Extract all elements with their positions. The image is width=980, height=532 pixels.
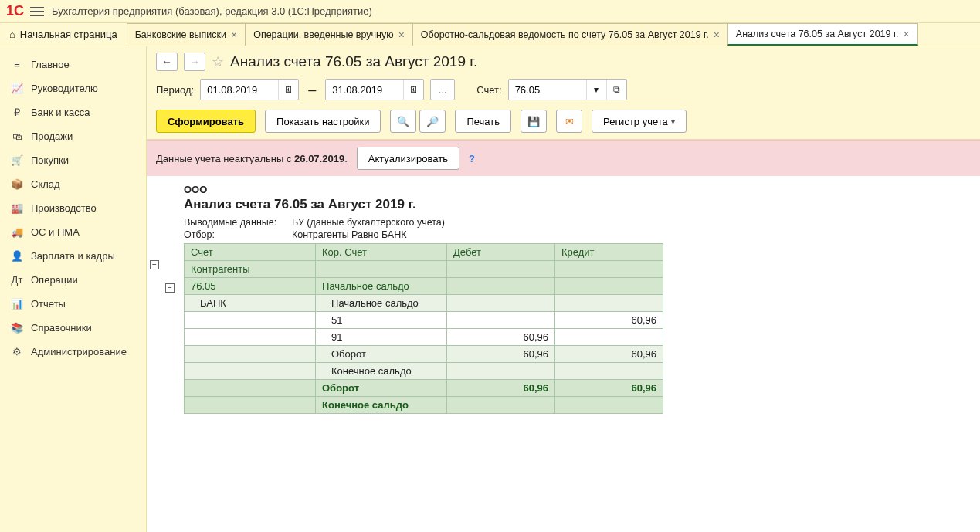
report-area: − − ООО Анализ счета 76.05 за Август 201…: [147, 176, 980, 532]
cell-t-cred: 60,96: [555, 346, 663, 363]
nav-label: Покупки: [31, 154, 69, 166]
account-input[interactable]: ▾ ⧉: [508, 79, 627, 100]
help-icon[interactable]: ?: [469, 153, 475, 164]
nav-item-10[interactable]: 📊Отчеты: [0, 292, 146, 316]
cell-tt-deb: 60,96: [447, 380, 555, 397]
print-button[interactable]: Печать: [455, 110, 511, 133]
nav-item-3[interactable]: 🛍Продажи: [0, 124, 146, 148]
favorite-star-icon[interactable]: ☆: [212, 53, 224, 70]
nav-label: Администрирование: [31, 346, 127, 357]
nav-icon: 📈: [11, 83, 23, 94]
tab-3[interactable]: Анализ счета 76.05 за Август 2019 г.×: [727, 23, 918, 46]
hdr-credit: Кредит: [555, 244, 663, 261]
hdr-contragents: Контрагенты: [185, 261, 316, 278]
nav-label: Руководителю: [31, 83, 98, 94]
account-label: Счет:: [476, 84, 501, 96]
nav-item-1[interactable]: 📈Руководителю: [0, 76, 146, 100]
calendar-icon[interactable]: 🗓: [403, 80, 423, 100]
nav-item-5[interactable]: 📦Склад: [0, 172, 146, 196]
tab-1[interactable]: Операции, введенные вручную×: [245, 23, 413, 46]
app-title: Бухгалтерия предприятия (базовая), редак…: [52, 5, 372, 17]
hdr-debit: Дебет: [447, 244, 555, 261]
nav-item-9[interactable]: ДтОперации: [0, 268, 146, 292]
nav-label: Производство: [31, 202, 97, 214]
nav-label: Зарплата и кадры: [31, 250, 115, 262]
nav-icon: 🚚: [11, 226, 23, 238]
home-icon: ⌂: [9, 29, 15, 40]
meta-filter-value: Контрагенты Равно БАНК: [292, 229, 407, 240]
nav-label: Отчеты: [31, 298, 66, 310]
nav-label: Операции: [31, 274, 78, 286]
cell-final: Конечное сальдо: [316, 363, 447, 380]
cell-turnover: Оборот: [316, 346, 447, 363]
page-toolbar: ← → ☆ Анализ счета 76.05 за Август 2019 …: [147, 46, 980, 140]
page-title: Анализ счета 76.05 за Август 2019 г.: [230, 53, 477, 70]
hdr-cor: Кор. Счет: [316, 244, 447, 261]
calendar-icon[interactable]: 🗓: [278, 80, 298, 100]
cell-51-credit: 60,96: [555, 312, 663, 329]
period-label: Период:: [156, 84, 194, 96]
report-org: ООО: [184, 184, 972, 195]
nav-item-4[interactable]: 🛒Покупки: [0, 148, 146, 172]
account-field[interactable]: [509, 80, 586, 100]
nav-icon: 👤: [11, 250, 23, 262]
cell-91-debit: 60,96: [447, 329, 555, 346]
period-picker-button[interactable]: ...: [430, 79, 455, 100]
nav-back-button[interactable]: ←: [156, 53, 178, 71]
nav-label: Справочники: [31, 322, 92, 334]
nav-label: Продажи: [31, 130, 73, 142]
tab-2[interactable]: Оборотно-сальдовая ведомость по счету 76…: [412, 23, 728, 46]
cell-tt-cred: 60,96: [555, 380, 663, 397]
meta-output-label: Выводимые данные:: [184, 217, 292, 228]
nav-icon: 📦: [11, 178, 23, 190]
nav-item-6[interactable]: 🏭Производство: [0, 196, 146, 220]
period-from-input[interactable]: 🗓: [200, 79, 299, 100]
nav-icon: 📊: [11, 298, 23, 310]
form-button[interactable]: Сформировать: [156, 110, 256, 133]
tabs-row: ⌂ Начальная страница Банковские выписки×…: [0, 23, 980, 46]
cell-total-final: Конечное сальдо: [316, 397, 447, 414]
tab-0[interactable]: Банковские выписки×: [127, 23, 246, 46]
nav-icon: ≡: [11, 59, 23, 70]
save-button[interactable]: 💾: [521, 110, 547, 133]
warning-bar: Данные учета неактуальны с 26.07.2019. А…: [147, 140, 980, 176]
register-button[interactable]: Регистр учета: [592, 110, 687, 133]
tab-label: Анализ счета 76.05 за Август 2019 г.: [736, 29, 899, 39]
close-icon[interactable]: ×: [398, 29, 405, 41]
cell-91: 91: [316, 329, 447, 346]
email-button[interactable]: ✉: [556, 110, 582, 133]
tree-collapse-2[interactable]: −: [165, 281, 175, 293]
nav-item-2[interactable]: ₽Банк и касса: [0, 100, 146, 124]
cell-bank: БАНК: [185, 295, 316, 312]
nav-label: Банк и касса: [31, 107, 90, 118]
close-icon[interactable]: ×: [714, 29, 720, 41]
search-next-button[interactable]: 🔎: [419, 110, 446, 133]
nav-item-12[interactable]: ⚙Администрирование: [0, 340, 146, 364]
home-label: Начальная страница: [20, 29, 117, 40]
nav-item-7[interactable]: 🚚ОС и НМА: [0, 220, 146, 244]
hamburger-icon[interactable]: [30, 5, 44, 19]
nav-forward-button[interactable]: →: [184, 53, 205, 71]
nav-item-0[interactable]: ≡Главное: [0, 53, 146, 76]
nav-icon: 📚: [11, 322, 23, 334]
close-icon[interactable]: ×: [231, 29, 237, 41]
tree-collapse-1[interactable]: −: [150, 258, 159, 269]
tab-label: Оборотно-сальдовая ведомость по счету 76…: [421, 29, 709, 40]
nav-item-11[interactable]: 📚Справочники: [0, 316, 146, 340]
report-table: Счет Кор. Счет Дебет Кредит Контрагенты …: [184, 243, 663, 414]
nav-item-8[interactable]: 👤Зарплата и кадры: [0, 244, 146, 268]
period-from-field[interactable]: [201, 80, 278, 100]
show-settings-button[interactable]: Показать настройки: [265, 110, 381, 133]
home-tab[interactable]: ⌂ Начальная страница: [0, 23, 127, 46]
cell-initial2: Начальное сальдо: [316, 295, 447, 312]
period-to-field[interactable]: [326, 80, 403, 100]
dropdown-icon[interactable]: ▾: [586, 80, 606, 100]
open-dialog-icon[interactable]: ⧉: [606, 80, 626, 100]
nav-icon: Дт: [11, 274, 23, 286]
actualize-button[interactable]: Актуализировать: [357, 147, 459, 170]
close-icon[interactable]: ×: [903, 28, 909, 40]
period-to-input[interactable]: 🗓: [325, 79, 424, 100]
nav-icon: ⚙: [11, 346, 23, 357]
search-button[interactable]: 🔍: [390, 110, 416, 133]
logo-1c: 1C: [6, 3, 24, 19]
